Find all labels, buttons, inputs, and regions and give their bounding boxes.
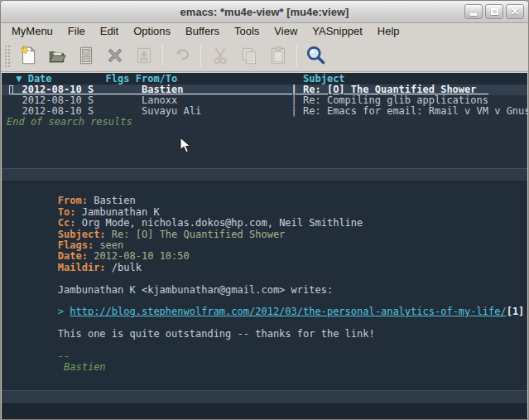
undo-button [167, 41, 196, 69]
copy-icon [238, 45, 260, 66]
menu-edit[interactable]: Edit [93, 23, 126, 39]
signature-name: Bastien [58, 361, 106, 373]
menu-buffers[interactable]: Buffers [178, 23, 227, 39]
search-icon [305, 44, 327, 66]
to-label: To: [58, 206, 76, 218]
directory-icon [75, 45, 97, 66]
menu-yasnippet[interactable]: YASnippet [305, 23, 369, 39]
to-value[interactable]: Jambunathan K [82, 206, 160, 218]
new-file-button[interactable] [13, 41, 42, 69]
quote-prefix: > [58, 306, 70, 317]
window-title: emacs: *mu4e-view* [mu4e:view] [180, 6, 349, 18]
signature-separator: -- [10, 340, 527, 350]
article-link[interactable]: http://blog.stephenwolfram.com/2012/03/t… [70, 306, 506, 317]
subject-value: Re: [O] The Quantified Shower [112, 229, 286, 240]
quoted-link-line: > http://blog.stephenwolfram.com/2012/03… [10, 296, 527, 307]
maildir-label: Maildir: [58, 262, 106, 273]
text-cursor [9, 85, 13, 94]
modeline-mu4e-view[interactable]: *mu4e-view* ( 1, 0) [All/372] [mu4e:view… [2, 390, 527, 404]
mu4e-headers-window: ▼ Date Flgs From/To Subject 2012-08-10 S… [2, 73, 527, 168]
copy-button [234, 41, 263, 69]
cc-value[interactable]: Org Mode, nicholas.dokos@hp.com, Neil Sm… [82, 217, 363, 229]
menu-mymenu[interactable]: MyMenu [4, 23, 60, 39]
window-controls: ✕ [464, 4, 524, 19]
footnote-ref: [1] [507, 306, 525, 317]
title-bar[interactable]: emacs: *mu4e-view* [mu4e:view] ✕ [1, 1, 528, 23]
menu-options[interactable]: Options [126, 23, 178, 39]
toolbar-separator [162, 45, 163, 66]
paste-button [263, 41, 292, 69]
from-value[interactable]: Bastien [94, 195, 136, 206]
toolbar-separator [200, 45, 201, 66]
subject-label: Subject: [58, 229, 106, 240]
toolbar-separator [296, 45, 297, 66]
echo-area[interactable] [2, 404, 527, 420]
emacs-window: emacs: *mu4e-view* [mu4e:view] ✕ MyMenu … [0, 0, 529, 420]
open-folder-button[interactable] [42, 41, 71, 69]
menu-tools[interactable]: Tools [227, 23, 267, 39]
cut-icon [209, 45, 231, 66]
mu4e-view-window[interactable]: From: Bastien To: Jambunathan K Cc: Org … [2, 182, 527, 390]
close-buffer-icon [104, 45, 126, 66]
cut-button [205, 41, 234, 69]
maximize-button[interactable] [485, 4, 503, 19]
attribution-text: Jambunathan K <kjambunathan@gmail.com> w… [58, 284, 333, 296]
paste-icon [267, 45, 289, 66]
cc-label: Cc: [58, 217, 76, 229]
directory-button[interactable] [71, 41, 100, 69]
close-icon: ✕ [511, 7, 519, 17]
menu-bar: MyMenu File Edit Options Buffers Tools V… [1, 23, 528, 39]
from-label: From: [58, 195, 88, 206]
date-label: Date: [58, 250, 88, 262]
undo-icon [171, 45, 193, 66]
close-button[interactable]: ✕ [506, 4, 524, 19]
minimize-button[interactable] [464, 4, 483, 19]
signature-name-line: Bastien [10, 351, 527, 362]
open-folder-icon [46, 45, 68, 66]
menu-view[interactable]: View [267, 23, 305, 39]
end-of-search-results: End of search results [2, 117, 527, 128]
new-file-icon [17, 45, 39, 66]
flags-value: seen [99, 239, 123, 251]
maildir-value: /bulk [112, 262, 142, 273]
signature-dashes: -- [58, 350, 70, 362]
modeline-mu4e-headers[interactable]: *mu4e-headers* ( 1, 0) [All/275] [mu4e-h… [2, 168, 527, 182]
search-button[interactable] [301, 41, 330, 69]
flags-label: Flags: [58, 239, 94, 251]
toolbar-grip[interactable] [3, 44, 10, 67]
emacs-frame-body: ▼ Date Flgs From/To Subject 2012-08-10 S… [2, 73, 527, 418]
save-button [129, 41, 158, 69]
close-buffer-button[interactable] [100, 41, 129, 69]
date-value: 2012-08-10 10:50 [94, 250, 190, 262]
comment-line: This one is quite outstanding -- thanks … [10, 318, 527, 329]
menu-file[interactable]: File [60, 23, 93, 39]
minimize-icon [470, 13, 477, 16]
comment-text: This one is quite outstanding -- thanks … [58, 328, 375, 340]
save-icon [133, 45, 155, 66]
tool-bar [1, 39, 528, 72]
headers-column-header[interactable]: ▼ Date Flgs From/To Subject [2, 73, 527, 84]
mouse-cursor [180, 137, 192, 154]
header-from: From: Bastien [10, 185, 527, 196]
menu-help[interactable]: Help [370, 23, 407, 39]
maximize-icon [491, 8, 498, 15]
attribution-line: Jambunathan K <kjambunathan@gmail.com> w… [10, 273, 527, 284]
